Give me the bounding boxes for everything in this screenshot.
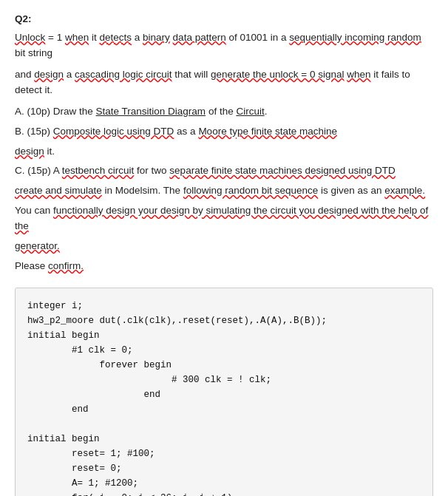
data-pattern-text: data pattern xyxy=(173,32,226,43)
testbench-text: testbench circuit xyxy=(62,165,135,176)
generate-text: generate the unlock = 0 signal xyxy=(211,69,345,80)
code-block: integer i; hw3_p2_moore dut(.clk(clk),.r… xyxy=(15,288,433,496)
design2-text: design xyxy=(15,146,44,157)
paragraph-2: and design a cascading logic circuit tha… xyxy=(15,67,433,98)
binary-text: binary xyxy=(143,32,170,43)
paragraph-c: C. (15p) A testbench circuit for two sep… xyxy=(15,163,433,179)
detects-text: detects xyxy=(100,32,132,43)
sequentially-text: sequentially incoming random xyxy=(289,32,421,43)
create-simulate-text: create and simulate xyxy=(15,185,102,196)
when-text: when xyxy=(65,32,89,43)
cascading-text: cascading logic circuit xyxy=(75,69,172,80)
unlock-text: Unlock xyxy=(15,32,45,43)
moore-text: Moore type finite state machine xyxy=(198,126,337,137)
paragraph-1: Unlock = 1 when it detects a binary data… xyxy=(15,30,433,61)
question-label: Q2: xyxy=(15,13,433,24)
paragraph-d2: generator. xyxy=(15,239,433,254)
confirm-text: confirm. xyxy=(48,260,84,271)
composite-text: Composite logic using DTD xyxy=(53,126,174,137)
state-transition-text: State Transition Diagram xyxy=(96,106,206,117)
generator-text: generator. xyxy=(15,240,60,251)
separate-fsm-text: separate finite state machines designed … xyxy=(169,165,395,176)
paragraph-a: A. (10p) Draw the State Transition Diagr… xyxy=(15,104,433,120)
functionally-text: functionally design your design by simul… xyxy=(15,205,428,231)
paragraph-c2: create and simulate in Modelsim. The fol… xyxy=(15,183,433,199)
circuit-text: Circuit xyxy=(236,106,264,117)
example-text: example. xyxy=(384,185,425,196)
when2-text: when xyxy=(347,69,370,80)
paragraph-b2: design it. xyxy=(15,144,433,160)
paragraph-e: Please confirm. xyxy=(15,259,433,274)
paragraph-b: B. (15p) Composite logic using DTD as a … xyxy=(15,124,433,140)
paragraph-d: You can functionally design your design … xyxy=(15,203,433,234)
design-text: design xyxy=(34,69,64,80)
following-text: following random bit sequence xyxy=(183,185,318,196)
